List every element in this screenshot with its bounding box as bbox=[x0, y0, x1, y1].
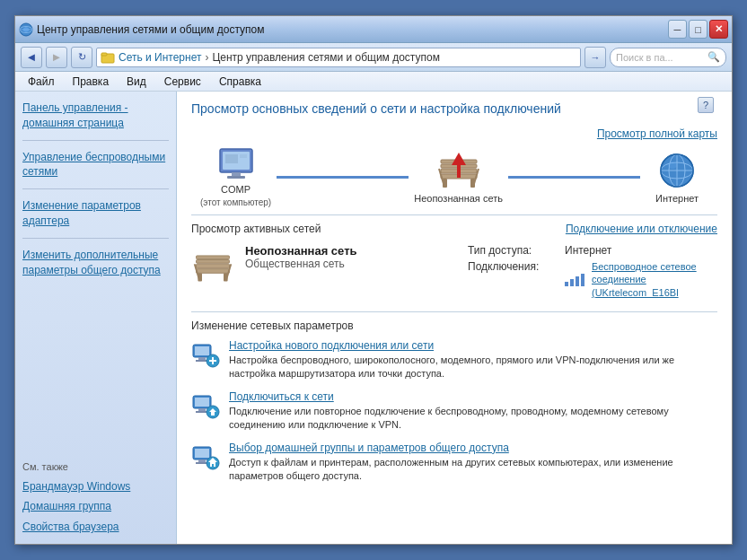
window-icon bbox=[19, 22, 33, 37]
arrow-indicator bbox=[452, 153, 466, 178]
svg-rect-48 bbox=[195, 449, 209, 458]
sidebar-link-homegroup[interactable]: Домашняя группа bbox=[22, 497, 169, 516]
menu-view[interactable]: Вид bbox=[119, 74, 154, 90]
sidebar: Панель управления - домашняя страница Уп… bbox=[15, 92, 177, 544]
change-settings-label: Изменение сетевых параметров bbox=[191, 319, 717, 332]
svg-point-25 bbox=[668, 162, 677, 169]
network-item-details: Неопознанная сеть Общественная сеть bbox=[245, 244, 457, 299]
settings-link-2[interactable]: Выбор домашней группы и параметров общег… bbox=[229, 442, 717, 454]
menu-bar: Файл Правка Вид Сервис Справка bbox=[15, 72, 732, 92]
internet-node: Интернет bbox=[646, 151, 708, 204]
settings-text-1: Подключиться к сети Подключение или повт… bbox=[229, 390, 717, 433]
svg-rect-49 bbox=[198, 459, 206, 462]
folder-icon bbox=[101, 50, 115, 65]
settings-desc-2: Доступ к файлам и принтерам, расположенн… bbox=[229, 457, 673, 481]
go-button[interactable]: → bbox=[584, 47, 606, 68]
settings-icon-0 bbox=[191, 339, 220, 368]
network-diagram-section: Просмотр полной карты bbox=[191, 127, 717, 207]
network-diagram: COMP (этот компьютер) bbox=[191, 147, 717, 207]
search-bar[interactable]: Поиск в па... 🔍 bbox=[610, 48, 726, 67]
content-title: Просмотр основных сведений о сети и наст… bbox=[191, 101, 717, 117]
homegroup-icon bbox=[191, 442, 220, 470]
comp-label: COMP bbox=[221, 184, 250, 195]
svg-rect-9 bbox=[225, 154, 238, 163]
settings-icon-2 bbox=[191, 442, 220, 470]
sidebar-link-adapter[interactable]: Изменение параметров адаптера bbox=[22, 197, 169, 231]
svg-rect-42 bbox=[195, 398, 209, 407]
connections-value[interactable]: Беспроводное сетевое соединение (UKrtele… bbox=[592, 260, 717, 299]
title-bar-controls: ─ □ ✕ bbox=[668, 20, 728, 39]
connect-disconnect-link[interactable]: Подключение или отключение bbox=[566, 223, 717, 235]
title-bar: Центр управления сетями и общим доступом… bbox=[15, 16, 732, 43]
sidebar-link-wireless[interactable]: Управление беспроводными сетями bbox=[22, 148, 169, 182]
svg-rect-10 bbox=[240, 154, 247, 158]
svg-rect-26 bbox=[197, 264, 230, 268]
settings-item-0: Настройка нового подключения или сети На… bbox=[191, 339, 717, 381]
title-bar-left: Центр управления сетями и общим доступом bbox=[19, 22, 265, 37]
network-type: Общественная сеть bbox=[245, 258, 457, 270]
menu-edit[interactable]: Правка bbox=[66, 74, 117, 90]
bench-small-icon bbox=[191, 246, 234, 285]
computer-node: COMP (этот компьютер) bbox=[200, 147, 271, 207]
settings-item-1: Подключиться к сети Подключение или повт… bbox=[191, 390, 717, 433]
settings-link-1[interactable]: Подключиться к сети bbox=[229, 390, 717, 403]
svg-rect-7 bbox=[232, 172, 241, 176]
settings-item-2: Выбор домашней группы и параметров общег… bbox=[191, 442, 717, 484]
sidebar-link-browser[interactable]: Свойства браузера bbox=[22, 518, 169, 537]
content-inner: ? Просмотр основных сведений о сети и на… bbox=[177, 92, 732, 501]
new-connection-icon bbox=[191, 339, 220, 368]
svg-rect-43 bbox=[198, 408, 206, 411]
active-networks-label: Просмотр активных сетей bbox=[191, 223, 321, 235]
minimize-button[interactable]: ─ bbox=[668, 20, 687, 39]
refresh-button[interactable]: ↻ bbox=[71, 47, 92, 68]
svg-rect-54 bbox=[212, 464, 214, 467]
view-full-map-link[interactable]: Просмотр полной карты bbox=[191, 127, 717, 140]
svg-rect-4 bbox=[101, 53, 107, 56]
globe-icon bbox=[657, 151, 697, 190]
network-name: Неопознанная сеть bbox=[245, 244, 357, 258]
see-also-label: См. также bbox=[22, 461, 169, 472]
breadcrumb-sep1: › bbox=[205, 51, 208, 64]
menu-help[interactable]: Справка bbox=[212, 74, 268, 90]
menu-file[interactable]: Файл bbox=[21, 74, 62, 90]
settings-link-0[interactable]: Настройка нового подключения или сети bbox=[229, 339, 717, 352]
settings-desc-1: Подключение или повторное подключение к … bbox=[229, 406, 669, 430]
forward-button[interactable]: ► bbox=[46, 47, 67, 68]
svg-rect-28 bbox=[197, 256, 230, 259]
main-content: Панель управления - домашняя страница Уп… bbox=[15, 92, 732, 544]
connect-icon bbox=[191, 390, 220, 419]
network-properties: Тип доступа: Интернет Подключения: bbox=[468, 244, 717, 299]
network-label: Неопознанная сеть bbox=[414, 193, 503, 204]
signal-bars bbox=[565, 274, 584, 286]
help-button[interactable]: ? bbox=[698, 97, 714, 113]
svg-rect-29 bbox=[197, 260, 230, 264]
svg-rect-35 bbox=[195, 346, 209, 355]
breadcrumb: Сеть и Интернет › Центр управления сетям… bbox=[96, 48, 581, 67]
close-button[interactable]: ✕ bbox=[709, 20, 728, 39]
content-area: ? Просмотр основных сведений о сети и на… bbox=[177, 92, 732, 544]
maximize-button[interactable]: □ bbox=[689, 20, 707, 39]
svg-rect-27 bbox=[197, 269, 230, 274]
network-item-icon bbox=[191, 244, 234, 287]
back-button[interactable]: ◄ bbox=[21, 47, 42, 68]
sidebar-divider-2 bbox=[22, 188, 169, 189]
comp-sublabel: (этот компьютер) bbox=[200, 197, 271, 207]
active-networks-header: Просмотр активных сетей Подключение или … bbox=[191, 223, 717, 235]
breadcrumb-part1[interactable]: Сеть и Интернет bbox=[119, 51, 201, 64]
settings-desc-0: Настройка беспроводного, широкополосного… bbox=[229, 354, 674, 379]
search-placeholder: Поиск в па... bbox=[616, 52, 673, 63]
prop-access-type: Тип доступа: Интернет Подключения: bbox=[468, 244, 717, 299]
settings-text-2: Выбор домашней группы и параметров общег… bbox=[229, 442, 717, 484]
line2 bbox=[508, 160, 640, 196]
access-type-label: Тип доступа: bbox=[468, 244, 558, 257]
menu-service[interactable]: Сервис bbox=[157, 74, 208, 90]
svg-rect-36 bbox=[198, 357, 206, 360]
settings-icon-1 bbox=[191, 390, 220, 419]
divider-2 bbox=[191, 311, 717, 312]
svg-rect-8 bbox=[227, 176, 245, 179]
sidebar-link-sharing[interactable]: Изменить дополнительные параметры общего… bbox=[22, 246, 169, 280]
network-node: Неопознанная сеть bbox=[414, 151, 503, 204]
sidebar-link-firewall[interactable]: Брандмауэр Windows bbox=[22, 477, 169, 496]
line1 bbox=[277, 160, 409, 196]
sidebar-link-home[interactable]: Панель управления - домашняя страница bbox=[22, 99, 169, 133]
